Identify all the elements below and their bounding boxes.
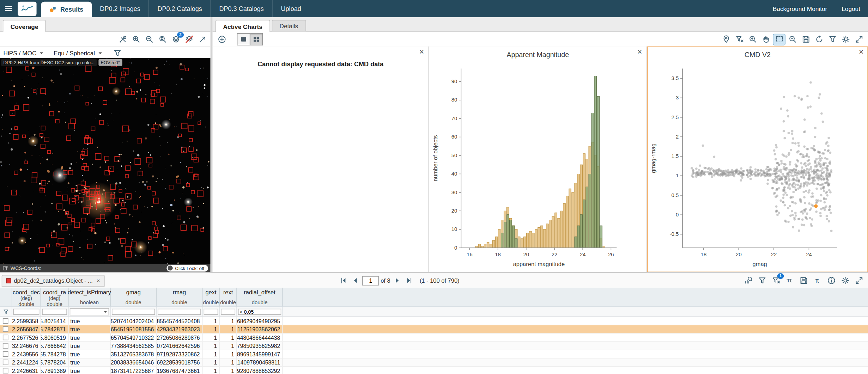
top-tab-results[interactable]: Results [41, 2, 92, 17]
layers-icon[interactable]: 2 [169, 33, 182, 45]
filter-cell-coord_ra [41, 307, 68, 317]
coverage-toolbar: 2 [0, 32, 210, 47]
histogram-chart[interactable]: 0102030405060708090161820222426apparent … [429, 63, 647, 272]
top-tab-dp0-2-catalogs[interactable]: DP0.2 Catalogs [148, 0, 210, 17]
radial_offset-filter-input[interactable] [238, 309, 281, 315]
row-checkbox[interactable] [3, 360, 8, 365]
select-all-column-header[interactable] [0, 288, 12, 306]
save-icon[interactable] [797, 275, 810, 286]
zoom-in-icon[interactable] [746, 33, 759, 45]
row-checkbox[interactable] [3, 368, 8, 374]
add-chart-icon[interactable] [216, 33, 228, 45]
top-link-logout[interactable]: Logout [842, 5, 860, 12]
text-view-icon[interactable]: Tt [783, 275, 796, 286]
table-row[interactable]: -32.24667655.7866642true23.2773884345625… [0, 342, 868, 350]
column-name: coord_dec [13, 289, 40, 295]
column-header-rmag[interactable]: rmagdouble [157, 288, 202, 306]
top-link-background-monitor[interactable]: Background Monitor [773, 5, 827, 12]
grid-view-icon[interactable] [250, 33, 263, 45]
tab-coverage[interactable]: Coverage [3, 20, 46, 32]
info-icon[interactable] [825, 275, 838, 286]
filter-remove-icon[interactable] [733, 33, 746, 45]
pi-icon[interactable]: π [811, 275, 824, 286]
top-tab-dp0-3-catalogs[interactable]: DP0.3 Catalogs [210, 0, 272, 17]
rmag-filter-input[interactable] [158, 309, 201, 315]
settings-icon[interactable] [839, 33, 852, 45]
table-row[interactable]: -32.244122455.7878204true24.200383366540… [0, 358, 868, 367]
scatter-chart[interactable]: -0.500.511.522.533.518202224gmaggmag-rma… [647, 63, 868, 272]
filter-icon[interactable] [755, 275, 768, 286]
last-page-icon[interactable] [403, 276, 413, 286]
tools-icon[interactable] [116, 33, 129, 45]
top-navigation-bar: ResultsDP0.2 ImagesDP0.2 CatalogsDP0.3 C… [0, 0, 868, 17]
column-header-gmag[interactable]: gmagdouble [111, 288, 157, 306]
column-header-gext[interactable]: gextdouble [202, 288, 220, 306]
coverage-selects-row: HiPS / MOC Equ / Spherical [0, 47, 210, 59]
starfield-image[interactable] [0, 58, 210, 264]
close-icon[interactable]: × [419, 48, 424, 56]
pin-icon[interactable] [720, 33, 732, 45]
detect_isPrimary-filter-select[interactable] [70, 308, 109, 315]
close-icon[interactable]: × [97, 277, 100, 284]
svg-text:18: 18 [701, 252, 707, 257]
sky-image[interactable]: DP0.2 HiPS from DESC DC2 sim: gri colo..… [0, 58, 210, 264]
row-checkbox[interactable] [3, 343, 8, 349]
search-target-icon[interactable] [786, 33, 799, 45]
table-cell-coord_dec: -32.246676 [12, 342, 41, 350]
select-area-icon[interactable] [773, 33, 785, 45]
app-logo[interactable] [18, 1, 36, 16]
column-header-coord_ra[interactable]: coord_ra(deg)double [41, 288, 68, 306]
table-row[interactable]: -32.242663155.7891389true23.187314172256… [0, 367, 868, 374]
row-checkbox[interactable] [3, 326, 8, 332]
row-checkbox[interactable] [3, 351, 8, 357]
expand-icon[interactable] [852, 275, 865, 286]
save-icon[interactable] [799, 33, 812, 45]
next-page-icon[interactable] [392, 276, 402, 286]
column-header-radial_offset[interactable]: radial_offsetdouble [237, 288, 283, 306]
close-icon[interactable]: × [637, 48, 642, 56]
tab-active-charts[interactable]: Active Charts [216, 20, 270, 32]
single-view-icon[interactable] [237, 33, 250, 45]
expand-icon[interactable] [852, 33, 865, 45]
coord_ra-filter-input[interactable] [42, 309, 67, 315]
zoom-fit-icon[interactable] [156, 33, 169, 45]
compass-arrow-icon[interactable] [196, 33, 209, 45]
pan-hand-icon[interactable] [759, 33, 772, 45]
hips-moc-select[interactable]: HiPS / MOC [3, 49, 45, 56]
filter-clear-icon[interactable]: 1 [770, 275, 782, 286]
filter-icon[interactable] [3, 309, 9, 315]
zoom-out-icon[interactable] [143, 33, 156, 45]
first-page-icon[interactable] [339, 276, 349, 286]
rext-filter-input[interactable] [221, 309, 235, 315]
page-number-input[interactable] [362, 276, 379, 285]
row-checkbox[interactable] [3, 335, 8, 341]
layers-off-icon[interactable] [183, 33, 195, 45]
table-row[interactable]: -32.265684755.7842871true24.654519510815… [0, 325, 868, 334]
chart-zoom-icon[interactable] [742, 275, 754, 286]
top-tab-dp0-2-images[interactable]: DP0.2 Images [92, 0, 148, 17]
menu-icon[interactable] [0, 0, 17, 17]
coord_dec-filter-input[interactable] [13, 309, 40, 315]
filter-icon[interactable] [826, 33, 839, 45]
gmag-filter-input[interactable] [112, 309, 155, 315]
prev-page-icon[interactable] [351, 276, 360, 286]
table-row[interactable]: -32.259935855.8075414true24.520741042024… [0, 317, 868, 325]
external-link-icon[interactable] [2, 265, 8, 271]
column-header-coord_dec[interactable]: coord_dec(deg)double [12, 288, 41, 306]
close-icon[interactable]: × [859, 48, 864, 56]
row-checkbox[interactable] [3, 318, 8, 324]
click-lock-toggle[interactable]: Click Lock: off [167, 265, 208, 271]
zoom-in-icon[interactable] [129, 33, 142, 45]
top-tab-upload[interactable]: Upload [272, 0, 309, 17]
coord-system-select[interactable]: Equ / Spherical [54, 49, 103, 56]
restore-icon[interactable] [813, 33, 825, 45]
settings-icon[interactable] [839, 275, 851, 286]
coverage-filter-icon[interactable] [112, 48, 122, 57]
table-tab[interactable]: dp02_dc2_catalogs.Object - ... × [2, 275, 105, 286]
column-header-rext[interactable]: rextdouble [220, 288, 237, 306]
gext-filter-input[interactable] [204, 309, 218, 315]
table-row[interactable]: -32.267752655.8060519true24.065704549710… [0, 333, 868, 342]
column-header-detect_isPrimary[interactable]: detect_isPrimaryboolean [69, 288, 111, 306]
table-row[interactable]: -32.243955655.784278true24.9351327653836… [0, 350, 868, 358]
tab-details[interactable]: Details [272, 20, 306, 32]
